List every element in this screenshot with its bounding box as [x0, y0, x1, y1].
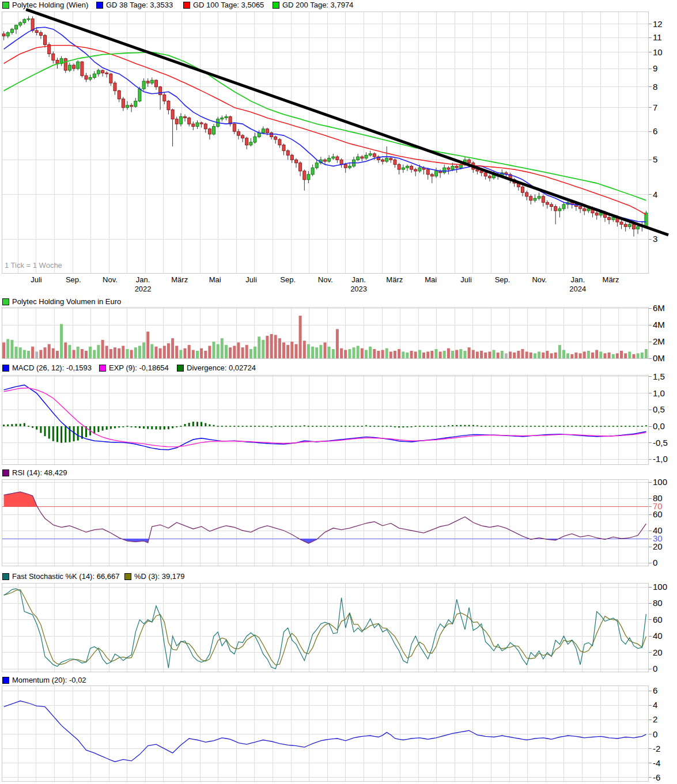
volume-bar — [262, 340, 264, 358]
candle — [73, 65, 75, 69]
rsi-panel: 1008070604030200 — [2, 477, 667, 567]
volume-bar — [274, 335, 277, 358]
volume-bar — [525, 351, 528, 358]
candle — [23, 20, 26, 23]
volume-bar — [101, 340, 104, 358]
volume-bar — [52, 349, 55, 358]
candle — [142, 81, 145, 89]
volume-bar — [6, 339, 9, 358]
volume-bar — [513, 353, 516, 358]
volume-bar — [249, 349, 252, 358]
svg-text:Mai: Mai — [425, 275, 437, 284]
volume-bar — [538, 351, 540, 358]
candle — [525, 192, 528, 196]
trendline — [26, 9, 668, 235]
volume-legend: Polytec Holding Volumen in Euro — [0, 297, 677, 306]
candle — [435, 171, 438, 176]
volume-bar — [118, 349, 120, 358]
exp-swatch-icon — [99, 365, 106, 372]
legend-item-gd100: GD 100 Tage: 3,5065 — [183, 1, 264, 9]
volume-bar — [509, 351, 512, 358]
volume-bar — [398, 349, 400, 358]
svg-text:März: März — [386, 275, 403, 284]
svg-text:4: 4 — [653, 700, 657, 710]
svg-text:60: 60 — [653, 615, 663, 624]
candle — [134, 101, 137, 107]
volume-bar — [138, 346, 141, 358]
candle — [389, 158, 392, 160]
svg-text:9: 9 — [653, 63, 657, 73]
volume-bar — [439, 351, 442, 358]
volume-bar — [200, 349, 203, 358]
volume-bar — [410, 351, 413, 358]
candle — [56, 60, 59, 64]
volume-bar — [633, 354, 636, 358]
svg-text:Juli: Juli — [460, 275, 472, 284]
candle — [295, 160, 298, 162]
svg-text:0,5: 0,5 — [653, 404, 665, 414]
svg-text:Nov.: Nov. — [318, 275, 333, 284]
volume-bar — [179, 350, 182, 359]
divergence-swatch-icon — [177, 365, 184, 372]
candle — [402, 168, 404, 169]
momentum-line — [4, 701, 646, 762]
candle — [196, 123, 199, 126]
svg-text:Jan.: Jan. — [136, 275, 150, 284]
candle — [122, 99, 124, 108]
candle — [530, 196, 532, 200]
volume-bar — [389, 351, 392, 358]
candle — [245, 138, 248, 145]
candle — [357, 157, 360, 160]
candle — [254, 137, 256, 142]
volume-bar — [418, 350, 421, 359]
volume-bar — [521, 349, 524, 358]
volume-bar — [480, 351, 483, 358]
candle — [480, 171, 483, 173]
volume-bar — [48, 344, 51, 358]
volume-bar — [328, 347, 331, 358]
svg-text:März: März — [603, 275, 619, 284]
volume-bar — [324, 343, 327, 359]
candle — [233, 124, 236, 131]
volume-bar — [278, 338, 281, 358]
candle — [579, 207, 582, 209]
candle — [179, 117, 182, 124]
volume-bar — [315, 347, 318, 358]
svg-text:20: 20 — [653, 647, 663, 657]
svg-text:-6: -6 — [653, 772, 660, 782]
volume-bar — [266, 336, 268, 358]
svg-text:40: 40 — [653, 631, 663, 641]
candle — [418, 168, 421, 171]
price-legend: Polytec Holding (Wien) GD 38 Tage: 3,353… — [0, 1, 677, 9]
legend-item-exp: EXP (9): -0,18654 — [99, 363, 169, 372]
volume-bar — [221, 338, 224, 358]
candle — [184, 117, 187, 118]
candle — [595, 213, 598, 215]
volume-bar — [77, 347, 80, 358]
volume-bar — [68, 345, 71, 358]
svg-text:-2: -2 — [653, 744, 660, 753]
candle — [150, 80, 153, 83]
volume-bar — [599, 351, 602, 358]
candle — [64, 59, 67, 70]
candle — [155, 80, 158, 87]
volume-bar — [369, 347, 372, 358]
svg-text:Sep.: Sep. — [495, 275, 510, 284]
candle — [546, 202, 549, 204]
candle — [542, 196, 544, 202]
candle — [608, 217, 611, 219]
volume-bar — [464, 351, 467, 358]
volume-bar — [217, 344, 220, 358]
volume-bar — [476, 351, 479, 358]
volume-swatch-icon — [2, 298, 9, 305]
candle — [534, 198, 536, 200]
stoch-k-line — [4, 589, 646, 669]
svg-text:2M: 2M — [653, 336, 665, 346]
svg-text:20: 20 — [653, 541, 663, 551]
volume-bar — [579, 353, 582, 358]
candle — [307, 175, 310, 180]
candle — [451, 166, 454, 169]
legend-item-symbol: Polytec Holding (Wien) — [2, 1, 88, 9]
svg-text:2: 2 — [653, 714, 657, 724]
chart-canvas: 1211109876543JuliSep.Nov.Jan.2022MärzMai… — [0, 0, 677, 784]
